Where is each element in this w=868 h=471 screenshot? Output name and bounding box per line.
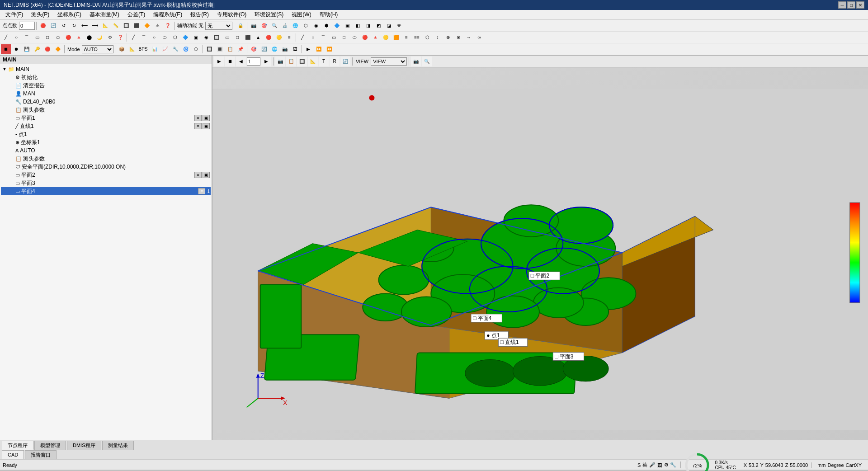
tb3-13[interactable]: 🌀 xyxy=(181,44,191,54)
tb-btn-1[interactable]: 🔴 xyxy=(38,21,48,31)
tb-cam12[interactable]: ◨ xyxy=(363,21,373,31)
tree-item-plane2[interactable]: ▭平面2≡▣ xyxy=(1,171,211,179)
menu-item-T[interactable]: 公差(T) xyxy=(124,10,149,19)
tree-item-plane1[interactable]: ▭平面1≡▣ xyxy=(1,114,211,122)
tb2-46[interactable]: ∞ xyxy=(474,33,484,42)
tb3-18[interactable]: 📌 xyxy=(236,44,245,54)
tb-cam7[interactable]: ◉ xyxy=(311,21,321,31)
tb2-16[interactable]: ⬭ xyxy=(160,33,170,42)
tree-end-btn-plane1[interactable]: ≡ xyxy=(194,115,202,121)
tb-btn-11[interactable]: 🔶 xyxy=(142,21,152,31)
tb-btn-10[interactable]: ⬛ xyxy=(132,21,142,31)
tb-btn-7[interactable]: 📐 xyxy=(100,21,110,31)
model-canvas[interactable]: □ 平面2 □ 平面4 ● 点1 □ 直线1 □ 平面3 Z xyxy=(212,67,868,440)
vp-btn1[interactable]: 📷 xyxy=(275,57,285,66)
menu-item-W[interactable]: 视图(W) xyxy=(288,10,315,19)
tb-btn-8[interactable]: 📏 xyxy=(111,21,121,31)
vp-page-input[interactable] xyxy=(247,57,260,66)
tb2-31[interactable]: ⌒ xyxy=(318,33,328,42)
tree-end-btn-plane4[interactable]: ≡ xyxy=(198,188,205,194)
menu-item-O[interactable]: 专用软件(O) xyxy=(213,10,250,19)
tb2-42[interactable]: ↕ xyxy=(433,33,443,42)
tb-cam8[interactable]: ⬢ xyxy=(321,21,331,31)
tb-btn-13[interactable]: ❓ xyxy=(163,21,173,31)
tab-模型管理[interactable]: 模型管理 xyxy=(34,441,66,450)
tb2-12[interactable]: ❓ xyxy=(115,33,125,42)
tree-item-man[interactable]: 👤MAN xyxy=(1,89,211,98)
tab2-报告窗口[interactable]: 报告窗口 xyxy=(25,450,57,459)
tb-cam10[interactable]: ▣ xyxy=(342,21,352,31)
tb3-1[interactable]: ⏹ xyxy=(1,44,11,54)
tree-side-icon-plane2[interactable]: ▣ xyxy=(203,172,210,178)
tb3-23[interactable]: 🖼 xyxy=(290,44,300,54)
tb3-6[interactable]: 🔶 xyxy=(53,44,63,54)
point-count-input[interactable] xyxy=(19,22,35,30)
vp-stop[interactable]: ⏹ xyxy=(225,57,235,66)
vp-btn8[interactable]: 📷 xyxy=(411,57,421,66)
tree-item-point1[interactable]: •点1 xyxy=(1,130,211,138)
tb2-43[interactable]: ⊕ xyxy=(443,33,453,42)
tb3-9[interactable]: BPS xyxy=(137,44,149,54)
tree-item-d2l40[interactable]: 🔧D2L40_A0B0 xyxy=(1,98,211,106)
minimize-button[interactable]: ─ xyxy=(838,1,846,9)
tb3-2[interactable]: ⏺ xyxy=(11,44,21,54)
tab-节点程序[interactable]: 节点程序 xyxy=(2,441,33,450)
tb3-7[interactable]: 📦 xyxy=(117,44,127,54)
tree-item-plane3[interactable]: ▭平面3 xyxy=(1,179,211,187)
menu-item-M[interactable]: 基本测量(M) xyxy=(86,10,123,19)
tree-area[interactable]: ▼📁MAIN⚙初始化📄清空报告👤MAN🔧D2L40_A0B0📋测头参数▭平面1≡… xyxy=(0,64,212,440)
tb2-25[interactable]: ▲ xyxy=(253,33,263,42)
menu-item-S[interactable]: 环境设置(S) xyxy=(251,10,287,19)
tb2-41[interactable]: ⬡ xyxy=(422,33,432,42)
tb2-23[interactable]: □ xyxy=(232,33,242,42)
tb2-10[interactable]: 🌙 xyxy=(94,33,104,42)
tab-测量结果[interactable]: 测量结果 xyxy=(102,441,134,450)
vp-btn3[interactable]: 🔲 xyxy=(297,57,307,66)
tree-item-params2[interactable]: 📋测头参数 xyxy=(1,155,211,163)
tb2-7[interactable]: 🔴 xyxy=(63,33,73,42)
tree-item-main[interactable]: ▼📁MAIN xyxy=(1,65,211,73)
tb2-35[interactable]: 🔴 xyxy=(360,33,370,42)
tb2-29[interactable]: ╱ xyxy=(297,33,307,42)
close-button[interactable]: ✕ xyxy=(856,1,864,9)
tree-item-auto[interactable]: AAUTO xyxy=(1,146,211,155)
tb2-40[interactable]: ≡≡ xyxy=(412,33,422,42)
tb-cam13[interactable]: ◩ xyxy=(373,21,383,31)
menu-item-C[interactable]: 坐标系(C) xyxy=(54,10,85,19)
tb3-12[interactable]: 🔧 xyxy=(170,44,180,54)
tree-item-line1[interactable]: ╱直线1≡▣ xyxy=(1,122,211,130)
tb2-2[interactable]: ○ xyxy=(11,33,21,42)
tree-item-params[interactable]: 📋测头参数 xyxy=(1,106,211,114)
tb2-44[interactable]: ⊗ xyxy=(453,33,463,42)
tb3-15[interactable]: 🔲 xyxy=(204,44,214,54)
vp-btn5[interactable]: T xyxy=(319,57,329,66)
tree-side-icon-line1[interactable]: ▣ xyxy=(203,123,210,129)
tb3-16[interactable]: 🔳 xyxy=(215,44,225,54)
tb3-21[interactable]: 🌐 xyxy=(269,44,279,54)
tb-btn-2[interactable]: 🔄 xyxy=(48,21,58,31)
tb-cam14[interactable]: ◪ xyxy=(384,21,394,31)
tb3-14[interactable]: ⬡ xyxy=(191,44,201,54)
tb2-11[interactable]: ⚙ xyxy=(105,33,115,42)
tb3-11[interactable]: 📈 xyxy=(160,44,170,54)
tb2-20[interactable]: ◉ xyxy=(201,33,211,42)
vp-play[interactable]: ▶ xyxy=(214,57,224,66)
tb2-30[interactable]: ○ xyxy=(308,33,318,42)
tb2-34[interactable]: ⬭ xyxy=(349,33,359,42)
tree-item-safety[interactable]: 🛡安全平面(ZDIR,10.0000,ZDIR,10.0000,ON) xyxy=(1,163,211,171)
tb-btn-6[interactable]: ⟶ xyxy=(90,21,100,31)
vp-btn6[interactable]: R xyxy=(330,57,340,66)
tb3-5[interactable]: 🔴 xyxy=(42,44,52,54)
tb-btn-5[interactable]: ⟵ xyxy=(80,21,90,31)
tree-side-icon-plane1[interactable]: ▣ xyxy=(203,115,210,121)
vp-btn2[interactable]: 📋 xyxy=(286,57,296,66)
tb2-38[interactable]: 🟧 xyxy=(391,33,401,42)
vp-prev[interactable]: ◀ xyxy=(236,57,246,66)
tb-cam3[interactable]: 🔍 xyxy=(269,21,279,31)
tb3-3[interactable]: 💾 xyxy=(22,44,32,54)
tb2-22[interactable]: ▭ xyxy=(222,33,232,42)
tb-eye[interactable]: 👁 xyxy=(394,21,404,31)
tb3-17[interactable]: 📋 xyxy=(225,44,235,54)
viewport[interactable]: ▶ ⏹ ◀ ▶ 📷 📋 🔲 📐 T R 🔄 VIEW VIEW 📷 🔍 xyxy=(212,56,868,440)
tree-end-btn-plane2[interactable]: ≡ xyxy=(194,172,202,178)
